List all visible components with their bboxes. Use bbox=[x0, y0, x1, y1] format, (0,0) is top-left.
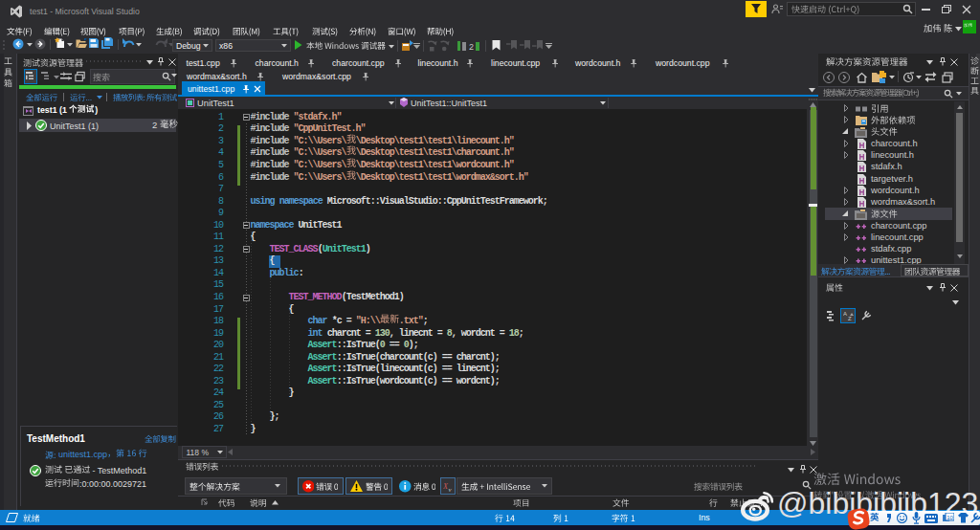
svg-text:Z: Z bbox=[848, 316, 852, 320]
svg-text:A: A bbox=[843, 311, 847, 317]
svg-text:y: y bbox=[447, 486, 452, 492]
svg-text:2: 2 bbox=[469, 42, 474, 52]
svg-text:10: 10 bbox=[947, 515, 953, 520]
